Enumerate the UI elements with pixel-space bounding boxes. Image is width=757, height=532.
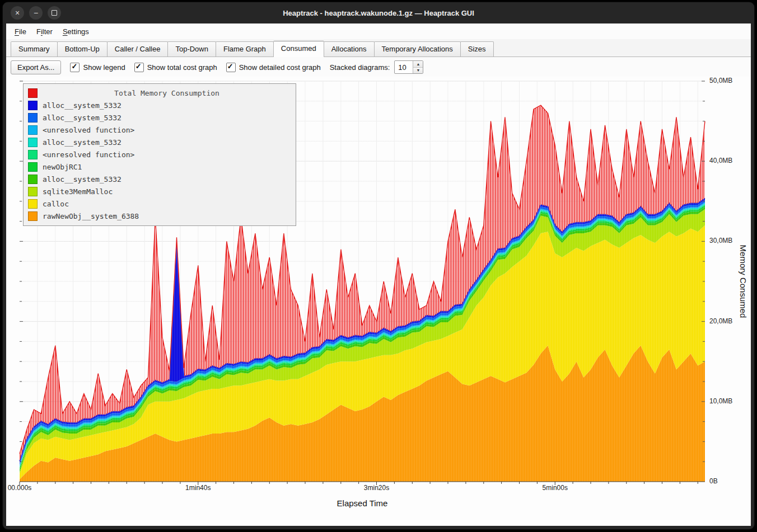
window-title: Heaptrack - heaptrack.wakunode.1.gz — He… <box>3 9 754 17</box>
legend-swatch <box>28 211 38 221</box>
menu-item-file[interactable]: File <box>10 25 31 38</box>
legend-swatch <box>28 175 38 184</box>
legend-swatch-total <box>28 88 38 98</box>
y-tick-label: 50,0MB <box>709 77 749 84</box>
legend-entry: alloc__system_5332 <box>28 99 291 111</box>
y-tick-label: 40,0MB <box>709 157 749 164</box>
legend-title: Total Memory Consumption <box>43 89 291 97</box>
legend-entry-label: <unresolved function> <box>43 126 134 134</box>
tab-temporary-allocations[interactable]: Temporary Allocations <box>374 41 461 57</box>
checkbox-show-detailed-cost-graph[interactable]: Show detailed cost graph <box>226 63 321 72</box>
y-tick-label: 10,0MB <box>709 397 749 405</box>
x-tick-label: 1min40s <box>185 484 211 492</box>
window-controls: × − <box>11 6 61 20</box>
y-axis-title: Memory Consumed <box>739 245 748 318</box>
y-tick-label: 30,0MB <box>709 237 749 244</box>
checkbox-label: Show detailed cost graph <box>239 63 321 72</box>
spinbox-arrows: ▲ ▼ <box>413 61 423 73</box>
legend-entry-label: sqlite3MemMalloc <box>43 187 113 196</box>
chart-area: 0B10,0MB20,0MB30,0MB40,0MB50,0MB 00.000s… <box>6 77 751 526</box>
tab-allocations[interactable]: Allocations <box>324 41 375 57</box>
legend-entry-label: alloc__system_5332 <box>43 101 122 110</box>
legend-entry: sqlite3MemMalloc <box>28 185 291 197</box>
legend-swatch <box>28 187 38 196</box>
checkbox-box[interactable] <box>134 63 144 72</box>
checkbox-box[interactable] <box>70 63 80 72</box>
export-as-button[interactable]: Export As... <box>11 60 61 74</box>
legend-entry: alloc__system_5332 <box>28 173 291 185</box>
legend-entry-label: calloc <box>43 200 69 208</box>
stacked-diagrams-label: Stacked diagrams: <box>330 63 390 72</box>
tab-flame-graph[interactable]: Flame Graph <box>216 41 274 57</box>
legend-swatch <box>28 101 38 110</box>
menubar: FileFilterSettings <box>6 23 751 39</box>
legend-swatch <box>28 138 38 147</box>
tab-summary[interactable]: Summary <box>11 41 58 57</box>
y-tick-label: 0B <box>709 477 749 485</box>
checkbox-group: Show legendShow total cost graphShow det… <box>70 63 320 72</box>
legend-entry: <unresolved function> <box>28 148 291 161</box>
legend-swatch <box>28 162 38 172</box>
tab-consumed[interactable]: Consumed <box>273 41 324 57</box>
legend-entry-label: alloc__system_5332 <box>43 175 122 183</box>
spinbox-value: 10 <box>395 61 413 73</box>
spin-down-icon[interactable]: ▼ <box>413 68 423 74</box>
legend-entry-label: alloc__system_5332 <box>43 138 122 147</box>
legend-entry: alloc__system_5332 <box>28 111 291 124</box>
legend-entry-label: newObjRC1 <box>43 163 82 171</box>
checkbox-show-total-cost-graph[interactable]: Show total cost graph <box>134 63 217 72</box>
checkbox-box[interactable] <box>226 63 236 72</box>
legend-entry-label: <unresolved function> <box>43 150 134 159</box>
legend-swatch <box>28 199 38 209</box>
legend-title-row: Total Memory Consumption <box>28 87 291 99</box>
menu-item-settings[interactable]: Settings <box>58 25 94 38</box>
tab-bar: SummaryBottom-UpCaller / CalleeTop-DownF… <box>6 39 751 57</box>
y-tick-label: 20,0MB <box>709 317 749 325</box>
legend-entry: <unresolved function> <box>28 124 291 136</box>
minimize-icon[interactable]: − <box>29 6 43 20</box>
legend-entry: calloc <box>28 197 291 210</box>
x-tick-label: 3min20s <box>364 484 389 492</box>
tab-top-down[interactable]: Top-Down <box>167 41 216 57</box>
legend-swatch <box>28 125 38 135</box>
titlebar: × − Heaptrack - heaptrack.wakunode.1.gz … <box>3 2 754 23</box>
maximize-icon[interactable] <box>48 6 61 20</box>
checkbox-show-legend[interactable]: Show legend <box>70 63 125 72</box>
legend-entry: alloc__system_5332 <box>28 136 291 148</box>
checkbox-label: Show legend <box>83 63 125 72</box>
tab-sizes[interactable]: Sizes <box>460 41 494 57</box>
chart-legend: Total Memory Consumptionalloc__system_53… <box>23 83 296 226</box>
legend-entry: newObjRC1 <box>28 161 291 173</box>
tab-caller-callee[interactable]: Caller / Callee <box>107 41 169 57</box>
toolbar: Export As... Show legendShow total cost … <box>6 57 751 77</box>
checkbox-label: Show total cost graph <box>147 63 217 72</box>
app-window: × − Heaptrack - heaptrack.wakunode.1.gz … <box>3 2 754 529</box>
x-tick-label: 5min00s <box>543 484 568 492</box>
stacked-diagrams-spinbox[interactable]: 10 ▲ ▼ <box>394 60 423 74</box>
legend-entry-label: alloc__system_5332 <box>43 114 122 122</box>
x-tick-label: 00.000s <box>8 484 32 492</box>
x-axis-title: Elapsed Time <box>337 498 388 508</box>
legend-swatch <box>28 113 38 123</box>
window-content: FileFilterSettings SummaryBottom-UpCalle… <box>6 23 751 526</box>
legend-entry: rawNewObj__system_6388 <box>28 210 291 222</box>
legend-entry-label: rawNewObj__system_6388 <box>43 212 139 220</box>
tab-bottom-up[interactable]: Bottom-Up <box>57 41 108 57</box>
spin-up-icon[interactable]: ▲ <box>413 61 423 68</box>
close-icon[interactable]: × <box>11 6 24 20</box>
legend-swatch <box>28 150 38 159</box>
menu-item-filter[interactable]: Filter <box>31 25 58 38</box>
